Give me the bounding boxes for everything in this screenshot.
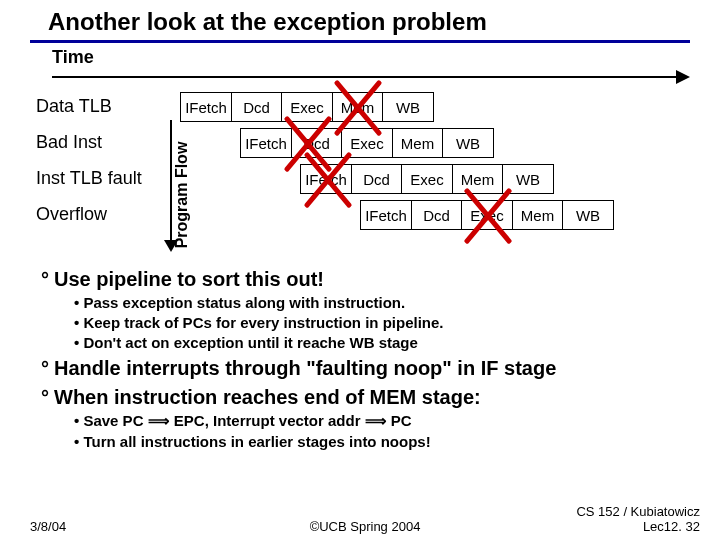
stage-exec: Exec xyxy=(401,164,453,194)
row-label-inst-tlb-fault: Inst TLB fault xyxy=(36,162,142,198)
bullet-minor: Save PC ⟹ EPC, Interrupt vector addr ⟹ P… xyxy=(74,412,690,430)
bullet-major: °Use pipeline to sort this out! xyxy=(36,268,690,291)
time-label: Time xyxy=(0,47,720,68)
footer-copyright: ©UCB Spring 2004 xyxy=(310,519,421,534)
stage-dcd: Dcd xyxy=(351,164,403,194)
stage-wb: WB xyxy=(442,128,494,158)
slide-body: °Use pipeline to sort this out! Pass exc… xyxy=(0,260,720,450)
pipeline-row: IFetch Dcd Exec Mem WB xyxy=(180,92,434,122)
stage-ifetch: IFetch xyxy=(180,92,232,122)
pipeline-row: IFetch Dcd Exec Mem WB xyxy=(360,200,614,230)
footer-course: CS 152 / Kubiatowicz xyxy=(576,504,700,519)
pipeline-row: IFetch Dcd Exec Mem WB xyxy=(240,128,494,158)
arrow-right-icon xyxy=(676,70,690,84)
footer-lecture: Lec12. 32 xyxy=(576,519,700,534)
stage-ifetch: IFetch xyxy=(360,200,412,230)
bullet-minor: Keep track of PCs for every instruction … xyxy=(74,314,690,331)
bullet-minor: Turn all instructions in earlier stages … xyxy=(74,433,690,450)
slide-title: Another look at the exception problem xyxy=(0,0,720,40)
title-underline xyxy=(30,40,690,43)
time-arrow xyxy=(52,70,690,84)
row-label-data-tlb: Data TLB xyxy=(36,90,142,126)
program-flow-label: Program Flow xyxy=(173,135,191,255)
footer-date: 3/8/04 xyxy=(30,519,66,534)
stage-dcd: Dcd xyxy=(411,200,463,230)
implies-icon: ⟹ xyxy=(365,412,387,429)
bullet-major: °When instruction reaches end of MEM sta… xyxy=(36,386,690,409)
stage-wb: WB xyxy=(562,200,614,230)
stage-mem: Mem xyxy=(392,128,444,158)
stage-exec: Exec xyxy=(461,200,513,230)
stage-exec: Exec xyxy=(281,92,333,122)
stage-ifetch: IFetch xyxy=(240,128,292,158)
stage-wb: WB xyxy=(502,164,554,194)
pipeline-diagram: Data TLB Bad Inst Inst TLB fault Overflo… xyxy=(0,90,720,260)
bullet-minor: Don't act on exception until it reache W… xyxy=(74,334,690,351)
pipeline-row: IFetch Dcd Exec Mem WB xyxy=(300,164,554,194)
bullet-minor: Pass exception status along with instruc… xyxy=(74,294,690,311)
stage-ifetch: IFetch xyxy=(300,164,352,194)
stage-mem: Mem xyxy=(452,164,504,194)
stage-exec: Exec xyxy=(341,128,393,158)
implies-icon: ⟹ xyxy=(148,412,170,429)
stage-dcd: Dcd xyxy=(291,128,343,158)
stage-dcd: Dcd xyxy=(231,92,283,122)
slide-footer: 3/8/04 ©UCB Spring 2004 CS 152 / Kubiato… xyxy=(30,504,700,534)
row-label-bad-inst: Bad Inst xyxy=(36,126,142,162)
stage-mem: Mem xyxy=(512,200,564,230)
program-flow-arrow: Program Flow xyxy=(160,120,184,252)
row-label-overflow: Overflow xyxy=(36,198,142,234)
bullet-major: °Handle interrupts through "faulting noo… xyxy=(36,357,690,380)
stage-wb: WB xyxy=(382,92,434,122)
stage-mem: Mem xyxy=(332,92,384,122)
